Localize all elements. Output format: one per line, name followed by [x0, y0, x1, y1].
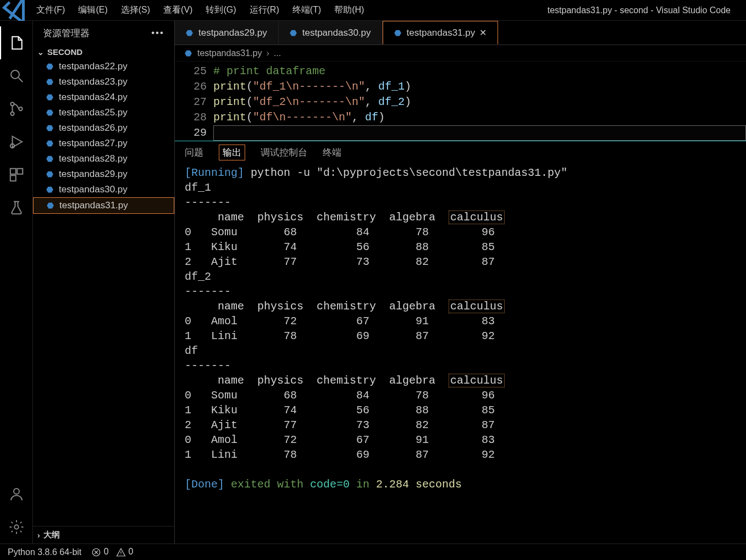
- breadcrumb-file: testpandas31.py: [197, 48, 262, 58]
- editor-tab[interactable]: ⬣testpandas29.py: [175, 21, 279, 45]
- python-file-icon: ⬣: [46, 169, 54, 179]
- python-file-icon: ⬣: [46, 77, 54, 87]
- python-file-icon: ⬣: [46, 138, 54, 148]
- panel-tab[interactable]: 调试控制台: [261, 146, 307, 159]
- breadcrumb-tail: ...: [274, 48, 281, 58]
- file-row[interactable]: ⬣testpandas27.py: [33, 136, 174, 151]
- status-python[interactable]: Python 3.8.6 64-bit: [8, 547, 81, 557]
- menu-file[interactable]: 文件(F): [36, 4, 65, 16]
- svg-point-8: [14, 489, 19, 494]
- file-row[interactable]: ⬣testpandas28.py: [33, 151, 174, 167]
- output-panel[interactable]: [Running] python -u "d:\pyprojects\secon…: [175, 163, 746, 496]
- svg-point-3: [19, 107, 22, 110]
- python-file-icon: ⬣: [47, 201, 55, 210]
- panel-tabs: 问题输出调试控制台终端: [175, 141, 746, 163]
- file-name: testpandas29.py: [59, 169, 128, 180]
- file-row[interactable]: ⬣testpandas23.py: [33, 74, 174, 90]
- settings-gear-icon[interactable]: [0, 511, 33, 544]
- outline-section[interactable]: › 大纲: [33, 526, 174, 544]
- svg-point-0: [11, 70, 19, 79]
- python-file-icon: ⬣: [46, 154, 54, 164]
- svg-rect-5: [10, 169, 15, 174]
- file-row[interactable]: ⬣testpandas22.py: [33, 59, 174, 74]
- file-name: testpandas22.py: [59, 61, 128, 72]
- svg-rect-6: [17, 169, 23, 174]
- status-warning-count: 0: [128, 547, 133, 556]
- window-title: testpandas31.py - second - Visual Studio…: [364, 5, 746, 15]
- python-file-icon: ⬣: [46, 62, 54, 71]
- search-icon[interactable]: [0, 59, 33, 92]
- panel-tab[interactable]: 终端: [323, 146, 341, 159]
- file-name: testpandas27.py: [59, 138, 128, 149]
- title-bar: 文件(F) 编辑(E) 选择(S) 查看(V) 转到(G) 运行(R) 终端(T…: [0, 0, 746, 21]
- file-name: testpandas28.py: [59, 153, 128, 164]
- outline-label: 大纲: [43, 530, 60, 540]
- folder-row[interactable]: ⌄ SECOND: [33, 45, 174, 59]
- extensions-icon[interactable]: [0, 158, 33, 191]
- close-icon[interactable]: ✕: [479, 27, 487, 38]
- file-name: testpandas25.py: [59, 107, 128, 118]
- python-file-icon: ⬣: [46, 185, 54, 195]
- menu-bar: 文件(F) 编辑(E) 选择(S) 查看(V) 转到(G) 运行(R) 终端(T…: [33, 4, 364, 16]
- python-file-icon: ⬣: [46, 108, 54, 118]
- file-row[interactable]: ⬣testpandas24.py: [33, 90, 174, 105]
- panel-tab[interactable]: 问题: [185, 146, 203, 159]
- editor-area: ⬣testpandas29.py⬣testpandas30.py⬣testpan…: [175, 21, 746, 544]
- chevron-down-icon: ⌄: [37, 48, 44, 57]
- file-row[interactable]: ⬣testpandas30.py: [33, 182, 174, 197]
- editor-tab[interactable]: ⬣testpandas30.py: [279, 21, 383, 45]
- explorer-icon[interactable]: [0, 26, 33, 59]
- file-row[interactable]: ⬣testpandas29.py: [33, 167, 174, 182]
- menu-go[interactable]: 转到(G): [206, 4, 236, 16]
- testing-icon[interactable]: [0, 191, 33, 224]
- file-row[interactable]: ⬣testpandas25.py: [33, 105, 174, 120]
- more-actions-icon[interactable]: •••: [151, 27, 164, 38]
- python-file-icon: ⬣: [46, 92, 54, 102]
- run-debug-icon[interactable]: [0, 125, 33, 158]
- file-name: testpandas23.py: [59, 76, 128, 87]
- file-name: testpandas24.py: [59, 92, 128, 103]
- python-file-icon: ⬣: [394, 28, 402, 38]
- explorer-title: 资源管理器: [43, 27, 90, 40]
- menu-edit[interactable]: 编辑(E): [78, 4, 107, 16]
- sidebar-header: 资源管理器 •••: [33, 21, 174, 45]
- panel-tab[interactable]: 输出: [219, 145, 245, 160]
- svg-point-1: [10, 102, 14, 106]
- activity-bar: [0, 21, 33, 544]
- status-error-count: 0: [104, 547, 109, 556]
- tab-label: testpandas30.py: [302, 27, 371, 38]
- python-file-icon: ⬣: [290, 28, 298, 38]
- menu-view[interactable]: 查看(V): [163, 4, 192, 16]
- accounts-icon[interactable]: [0, 478, 33, 511]
- file-name: testpandas30.py: [59, 184, 128, 195]
- file-name: testpandas31.py: [59, 200, 128, 211]
- editor-tabs: ⬣testpandas29.py⬣testpandas30.py⬣testpan…: [175, 21, 746, 45]
- svg-rect-7: [10, 175, 15, 181]
- status-problems[interactable]: 0 0: [91, 547, 133, 557]
- python-file-icon: ⬣: [46, 123, 54, 133]
- python-file-icon: ⬣: [185, 48, 193, 58]
- panel: 问题输出调试控制台终端 [Running] python -u "d:\pypr…: [175, 141, 746, 496]
- file-row[interactable]: ⬣testpandas31.py: [33, 197, 174, 214]
- svg-point-2: [10, 112, 14, 115]
- breadcrumb-separator-icon: ›: [266, 48, 269, 58]
- menu-run[interactable]: 运行(R): [250, 4, 279, 16]
- tab-label: testpandas31.py: [407, 27, 476, 38]
- svg-point-9: [14, 525, 19, 529]
- file-name: testpandas26.py: [59, 123, 128, 134]
- editor-tab[interactable]: ⬣testpandas31.py✕: [383, 21, 499, 45]
- menu-selection[interactable]: 选择(S): [121, 4, 150, 16]
- folder-name: SECOND: [47, 47, 82, 57]
- python-file-icon: ⬣: [186, 28, 194, 38]
- code-editor[interactable]: 2526272829 # print dataframeprint("df_1\…: [175, 62, 746, 141]
- sidebar: 资源管理器 ••• ⌄ SECOND ⬣testpandas22.py⬣test…: [33, 21, 175, 544]
- breadcrumb[interactable]: ⬣ testpandas31.py › ...: [175, 45, 746, 62]
- menu-help[interactable]: 帮助(H): [334, 4, 364, 16]
- status-bar: Python 3.8.6 64-bit 0 0: [0, 544, 746, 560]
- file-row[interactable]: ⬣testpandas26.py: [33, 120, 174, 136]
- menu-terminal[interactable]: 终端(T): [292, 4, 321, 16]
- chevron-right-icon: ›: [37, 531, 40, 540]
- tab-label: testpandas29.py: [198, 27, 267, 38]
- source-control-icon[interactable]: [0, 92, 33, 125]
